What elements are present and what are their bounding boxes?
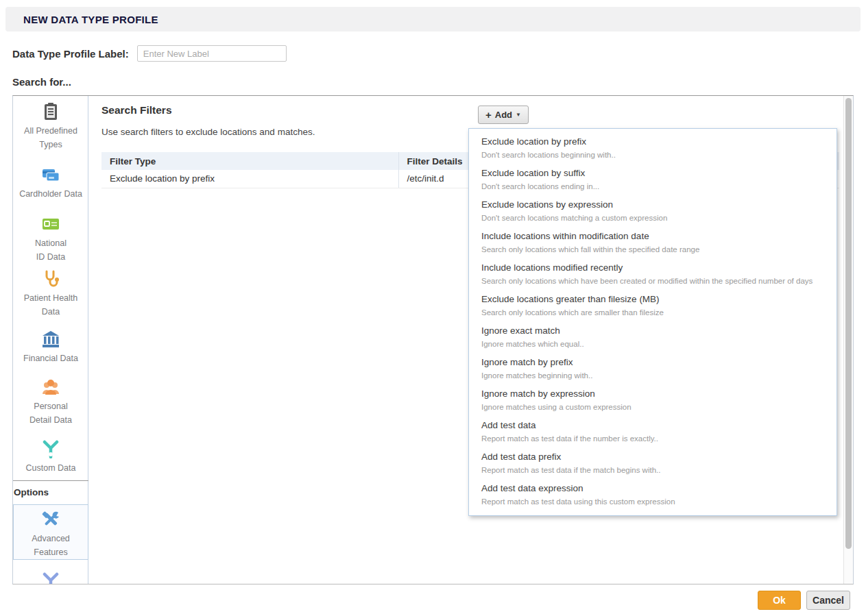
sidebar-item-label: Financial Data	[13, 352, 88, 365]
menu-item-title: Include locations modified recently	[481, 262, 827, 274]
stethoscope-icon	[41, 269, 60, 288]
menu-item-subtitle: Search only locations which fall within …	[481, 245, 827, 255]
menu-item-subtitle: Don't search locations beginning with..	[481, 150, 827, 160]
search-filters-title: Search Filters	[101, 104, 172, 116]
menu-item-exclude-locations-greater-than-filesize[interactable]: Exclude locations greater than filesize …	[469, 291, 837, 322]
sidebar-item-advanced-features[interactable]: Advanced Features	[13, 504, 88, 560]
branch-icon	[41, 439, 60, 458]
sidebar-item-label: National ID Data	[13, 236, 88, 264]
bank-icon	[41, 330, 60, 349]
vertical-scrollbar-track[interactable]	[843, 96, 853, 584]
sidebar-item-cardholder-data[interactable]: Cardholder Data	[13, 165, 88, 201]
menu-item-ignore-match-by-expression[interactable]: Ignore match by expression Ignore matche…	[469, 385, 837, 417]
options-heading: Options	[14, 487, 49, 497]
sidebar-item-label: Personal Detail Data	[13, 399, 88, 427]
menu-item-title: Add test data expression	[481, 482, 827, 495]
sidebar-item-financial-data[interactable]: Financial Data	[13, 330, 88, 365]
menu-item-subtitle: Report match as test data if the match b…	[481, 465, 827, 476]
menu-item-title: Include locations within modification da…	[481, 230, 827, 243]
clipboard-icon	[41, 102, 60, 121]
add-filter-dropdown-menu: Exclude location by prefix Don't search …	[468, 128, 837, 516]
chevron-down-icon: ▼	[516, 112, 521, 118]
page-header: NEW DATA TYPE PROFILE	[5, 7, 861, 32]
sidebar-item-label: Custom Data	[13, 461, 88, 475]
menu-item-subtitle: Report match as test data if the number …	[481, 434, 827, 444]
id-card-icon	[41, 214, 60, 234]
column-header-filter-type: Filter Type	[101, 152, 398, 170]
people-icon	[41, 378, 60, 397]
sidebar-item-patient-health-data[interactable]: Patient Health Data	[13, 269, 88, 319]
menu-item-exclude-location-by-suffix[interactable]: Exclude location by suffix Don't search …	[469, 164, 837, 196]
sidebar-item-all-predefined-types[interactable]: All Predefined Types	[13, 102, 88, 151]
menu-item-subtitle: Report match as test data using this cus…	[481, 497, 827, 507]
sidebar-item-label: Cardholder Data	[13, 187, 88, 201]
menu-item-subtitle: Search only locations which have been cr…	[481, 276, 827, 286]
profile-label-row: Data Type Profile Label:	[12, 45, 287, 62]
menu-item-subtitle: Ignore matches beginning with..	[481, 371, 827, 381]
menu-item-subtitle: Ignore matches which equal..	[481, 339, 827, 349]
page-title: NEW DATA TYPE PROFILE	[23, 14, 158, 25]
credit-cards-icon	[41, 165, 60, 184]
menu-item-ignore-exact-match[interactable]: Ignore exact match Ignore matches which …	[469, 322, 837, 354]
ok-button[interactable]: Ok	[758, 591, 801, 610]
profile-label: Data Type Profile Label:	[12, 48, 129, 60]
menu-item-exclude-location-by-prefix[interactable]: Exclude location by prefix Don't search …	[469, 133, 837, 164]
menu-item-title: Exclude locations by expression	[481, 199, 827, 211]
vertical-scrollbar-thumb[interactable]	[845, 98, 852, 549]
menu-item-title: Add test data	[481, 419, 827, 432]
menu-item-title: Exclude location by suffix	[481, 167, 827, 180]
menu-item-include-locations-within-modification-date[interactable]: Include locations within modification da…	[469, 227, 837, 259]
search-filters-description: Use search filters to exclude locations …	[101, 127, 315, 137]
menu-item-title: Exclude locations greater than filesize …	[481, 293, 827, 306]
sidebar-item-partial[interactable]	[13, 571, 88, 584]
plus-icon: +	[485, 109, 492, 121]
profile-label-input[interactable]	[137, 45, 287, 62]
menu-item-include-locations-modified-recently[interactable]: Include locations modified recently Sear…	[469, 259, 837, 291]
filter-type-cell: Exclude location by prefix	[101, 170, 398, 188]
menu-item-title: Ignore match by prefix	[481, 356, 827, 369]
menu-item-add-test-data[interactable]: Add test data Report match as test data …	[469, 417, 837, 448]
sidebar-item-label: Patient Health Data	[13, 291, 88, 319]
add-button-label: Add	[495, 110, 512, 120]
menu-item-exclude-locations-by-expression[interactable]: Exclude locations by expression Don't se…	[469, 196, 837, 227]
branch-icon-blue	[41, 571, 60, 584]
menu-item-title: Exclude location by prefix	[481, 136, 827, 148]
sidebar-item-national-id-data[interactable]: National ID Data	[13, 214, 88, 264]
options-divider	[13, 480, 88, 481]
search-for-heading: Search for...	[12, 76, 71, 88]
menu-item-subtitle: Don't search locations matching a custom…	[481, 213, 827, 223]
menu-item-title: Ignore exact match	[481, 325, 827, 337]
menu-item-title: Add test data prefix	[481, 451, 827, 463]
sidebar-item-label: All Predefined Types	[13, 124, 88, 151]
data-type-sidebar: All Predefined Types Cardholder Data Nat…	[13, 96, 88, 584]
menu-item-subtitle: Don't search locations ending in...	[481, 182, 827, 192]
add-filter-button[interactable]: + Add ▼	[478, 106, 529, 124]
sidebar-item-label: Advanced Features	[14, 532, 88, 559]
sidebar-item-custom-data[interactable]: Custom Data	[13, 439, 88, 475]
menu-item-subtitle: Ignore matches using a custom expression	[481, 402, 827, 412]
menu-item-add-test-data-expression[interactable]: Add test data expression Report match as…	[469, 480, 837, 511]
sidebar-item-personal-detail-data[interactable]: Personal Detail Data	[13, 378, 88, 427]
cancel-button[interactable]: Cancel	[806, 591, 850, 610]
menu-item-add-test-data-prefix[interactable]: Add test data prefix Report match as tes…	[469, 448, 837, 480]
menu-item-subtitle: Search only locations which are smaller …	[481, 308, 827, 318]
menu-item-ignore-match-by-prefix[interactable]: Ignore match by prefix Ignore matches be…	[469, 354, 837, 385]
tools-icon	[41, 510, 60, 529]
menu-item-title: Ignore match by expression	[481, 388, 827, 400]
